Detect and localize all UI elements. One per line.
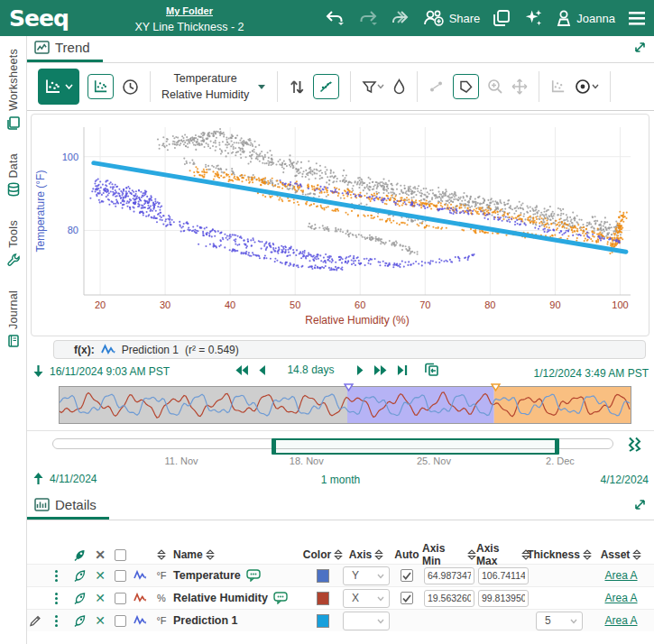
- scatter-chart[interactable]: 203040506070809010080100Relative Humidit…: [32, 118, 654, 335]
- fx-signal-name[interactable]: Prediction 1: [122, 344, 179, 356]
- arrow-up-icon[interactable]: [32, 472, 44, 485]
- customize-all-rocket-icon[interactable]: [69, 548, 90, 562]
- remove-signal-button[interactable]: ✕: [90, 614, 110, 627]
- remove-signal-button[interactable]: ✕: [90, 569, 110, 582]
- pan-button[interactable]: [511, 78, 528, 95]
- slider-selection[interactable]: [273, 438, 557, 455]
- axis-dropdown[interactable]: [343, 612, 390, 630]
- signal-name[interactable]: Prediction 1: [173, 614, 238, 627]
- density-gradient-button[interactable]: [392, 78, 406, 95]
- asset-link[interactable]: Area A: [604, 614, 637, 627]
- asset-link[interactable]: Area A: [604, 569, 637, 582]
- row-checkbox[interactable]: [110, 615, 130, 627]
- step-forward-button[interactable]: [355, 364, 364, 376]
- sidebar-item-worksheets[interactable]: Worksheets: [6, 49, 21, 130]
- swap-axes-button[interactable]: [289, 78, 305, 96]
- remove-signal-button[interactable]: ✕: [90, 592, 110, 604]
- row-checkbox[interactable]: [110, 593, 130, 604]
- compare-scatter-button[interactable]: [550, 79, 566, 94]
- sort-icon[interactable]: [467, 549, 476, 560]
- share-button[interactable]: Share: [422, 8, 481, 28]
- timebar-marker-icon[interactable]: [344, 379, 354, 387]
- step-to-end-button[interactable]: [396, 364, 407, 376]
- customize-rocket-icon[interactable]: [69, 614, 90, 628]
- signal-name[interactable]: Relative Humidity: [173, 592, 268, 604]
- regression-line-button[interactable]: [313, 74, 339, 99]
- display-range-duration[interactable]: 1 month: [321, 474, 360, 486]
- select-all-checkbox[interactable]: [110, 549, 130, 561]
- asset-link[interactable]: Area A: [604, 592, 637, 604]
- col-axis-min[interactable]: Axis Min: [422, 542, 465, 567]
- comment-icon[interactable]: [273, 592, 288, 604]
- investigate-end[interactable]: 1/12/2024 3:49 AM PST: [534, 367, 649, 380]
- capsule-time-button[interactable]: [574, 78, 599, 96]
- col-asset[interactable]: Asset: [601, 548, 631, 561]
- color-swatch[interactable]: [317, 614, 329, 628]
- sort-icon[interactable]: [150, 549, 173, 560]
- color-swatch[interactable]: [317, 592, 329, 605]
- tab-details[interactable]: Details: [27, 497, 109, 520]
- display-range-start[interactable]: 4/11/2024: [50, 473, 97, 485]
- color-swatch[interactable]: [317, 569, 329, 583]
- seeq-logo[interactable]: Seeq: [9, 5, 69, 32]
- details-expand-icon[interactable]: [633, 498, 647, 515]
- col-color[interactable]: Color: [303, 548, 331, 561]
- axis-max-input[interactable]: [478, 567, 529, 584]
- breadcrumb[interactable]: My Folder: [166, 5, 213, 16]
- auto-scale-checkbox[interactable]: [401, 569, 413, 582]
- remove-all-button[interactable]: ✕: [90, 548, 110, 561]
- copy-range-button[interactable]: [423, 363, 438, 377]
- axis-dropdown[interactable]: Y: [343, 566, 390, 585]
- col-axis-max[interactable]: Axis Max: [476, 542, 519, 567]
- labels-button[interactable]: [453, 74, 479, 99]
- undo-button[interactable]: [324, 8, 345, 28]
- row-menu-kebab-icon[interactable]: [43, 615, 69, 627]
- ai-assistant-button[interactable]: [523, 8, 543, 28]
- edit-pencil-icon[interactable]: [27, 614, 43, 627]
- tab-trend[interactable]: Trend: [27, 40, 103, 62]
- zoom-in-button[interactable]: [487, 78, 503, 95]
- xy-signal-selector[interactable]: Temperature Relative Humidity: [161, 70, 249, 103]
- sidebar-item-data[interactable]: Data: [6, 153, 21, 198]
- investigate-start[interactable]: 16/11/2024 9:03 AM PST: [50, 365, 170, 378]
- step-back-button[interactable]: [257, 364, 265, 376]
- arrow-down-icon[interactable]: [32, 364, 44, 378]
- trend-expand-icon[interactable]: [633, 41, 647, 58]
- row-menu-kebab-icon[interactable]: [43, 570, 69, 582]
- customize-rocket-icon[interactable]: [69, 569, 90, 583]
- slider-handle-right[interactable]: [555, 438, 559, 455]
- slider-handle-left[interactable]: [272, 438, 276, 455]
- sidebar-item-tools[interactable]: Tools: [6, 220, 21, 267]
- investigate-duration[interactable]: 14.8 days: [287, 363, 334, 376]
- axis-min-input[interactable]: [424, 567, 474, 584]
- signal-overlay-toggle-icon[interactable]: [625, 437, 642, 455]
- sort-icon[interactable]: [632, 549, 641, 560]
- chart-type-button[interactable]: [38, 69, 79, 105]
- sort-icon[interactable]: [206, 549, 215, 560]
- col-name[interactable]: Name: [173, 548, 203, 561]
- sidebar-item-journal[interactable]: Journal: [6, 290, 21, 348]
- row-menu-kebab-icon[interactable]: [43, 593, 69, 604]
- forward-history-button[interactable]: [391, 9, 410, 27]
- auto-scale-checkbox[interactable]: [401, 592, 413, 604]
- signal-selector-caret-icon[interactable]: [257, 82, 266, 92]
- filter-button[interactable]: [362, 79, 384, 95]
- axis-dropdown[interactable]: X: [343, 589, 390, 608]
- step-back-fast-button[interactable]: [234, 364, 248, 376]
- comment-icon[interactable]: [246, 569, 261, 582]
- hamburger-menu-button[interactable]: [627, 10, 647, 26]
- thickness-dropdown[interactable]: 5: [536, 612, 583, 630]
- customize-rocket-icon[interactable]: [69, 592, 90, 605]
- sort-icon[interactable]: [374, 549, 383, 560]
- redo-button[interactable]: [357, 8, 379, 28]
- axis-min-input[interactable]: [424, 590, 474, 607]
- slider-track[interactable]: [52, 438, 613, 449]
- axis-max-input[interactable]: [478, 590, 529, 607]
- display-range-end[interactable]: 4/12/2024: [601, 474, 649, 486]
- connect-samples-button[interactable]: [428, 79, 445, 94]
- timebar-strip[interactable]: [59, 386, 631, 424]
- col-axis[interactable]: Axis: [349, 548, 372, 561]
- density-plot-clock-button[interactable]: [122, 78, 139, 96]
- user-menu[interactable]: Joanna: [555, 8, 615, 28]
- scatter-view-button[interactable]: [88, 74, 114, 99]
